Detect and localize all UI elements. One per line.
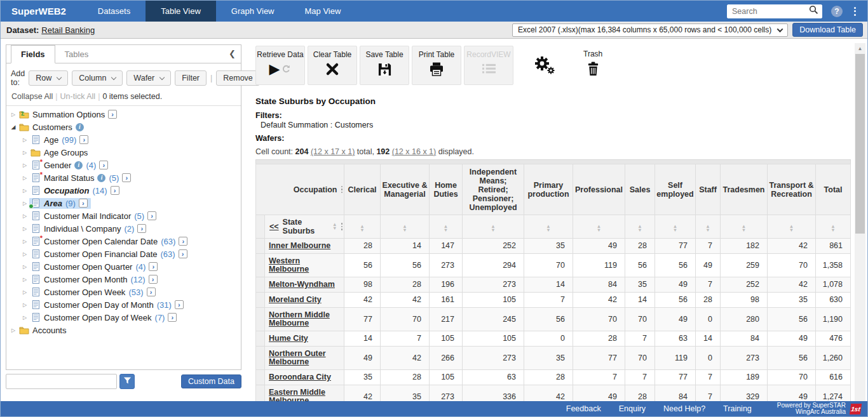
tree-expander-icon[interactable]: ▷	[20, 289, 29, 295]
data-cell[interactable]: 7	[696, 277, 721, 293]
sort-icon[interactable]: ▲▼	[444, 225, 448, 232]
column-menu-icon[interactable]	[341, 186, 343, 194]
download-format-select[interactable]: Excel 2007 (.xlsx)(max 16,384 columns x …	[512, 23, 788, 37]
retrieve-data-button[interactable]: Retrieve Data ▶	[255, 46, 305, 85]
data-cell[interactable]: 252	[721, 277, 768, 293]
field-arrow-button[interactable]: ›	[111, 186, 119, 195]
tree-item[interactable]: ▷Age Groups	[6, 146, 241, 159]
data-cell[interactable]: 35	[524, 239, 573, 254]
footer-link-training[interactable]: Training	[723, 404, 752, 413]
tree-expander-icon[interactable]: ▷	[20, 162, 29, 168]
data-cell[interactable]: 0	[696, 308, 721, 331]
column-sort-header[interactable]: ▲▼	[625, 215, 655, 239]
column-header[interactable]: Primary production	[524, 164, 573, 215]
data-cell[interactable]: 28	[381, 370, 430, 385]
data-cell[interactable]: 119	[655, 347, 696, 370]
data-cell[interactable]: 70	[381, 308, 430, 331]
add-to-row-button[interactable]: Row	[29, 70, 68, 86]
data-cell[interactable]: 49	[573, 239, 625, 254]
data-cell[interactable]: 273	[463, 277, 524, 293]
tree-item[interactable]: ▷*Genderi(4)›	[6, 159, 241, 171]
data-cell[interactable]: 0	[524, 331, 573, 347]
row-label-link[interactable]: Northern Outer Melbourne	[269, 349, 326, 366]
field-arrow-button[interactable]: ›	[147, 211, 156, 220]
data-cell[interactable]: 77	[655, 370, 696, 385]
add-to-wafer-button[interactable]: Wafer	[126, 70, 171, 86]
sort-icon[interactable]: ▲▼	[789, 225, 794, 232]
field-arrow-button[interactable]: ›	[179, 249, 187, 258]
data-cell[interactable]: 42	[768, 277, 816, 293]
data-cell[interactable]: 63	[463, 370, 524, 385]
data-cell[interactable]: 77	[573, 347, 625, 370]
field-arrow-button[interactable]: ›	[108, 110, 117, 119]
data-cell[interactable]: 42	[573, 293, 625, 308]
tree-item[interactable]: ◢Customersi	[6, 121, 241, 133]
field-search-input[interactable]	[6, 374, 117, 389]
column-header[interactable]: Transport & Recreation	[768, 164, 816, 215]
data-cell[interactable]: 56	[344, 254, 381, 277]
data-cell[interactable]: 42	[768, 239, 816, 254]
add-to-column-button[interactable]: Column	[72, 70, 123, 86]
data-cell[interactable]: 35	[768, 293, 816, 308]
tree-item[interactable]: ▷Customer Open Day of Week(7)›	[6, 311, 241, 324]
sidebar-collapse-icon[interactable]: ❮	[229, 49, 236, 58]
data-cell[interactable]: 14	[696, 331, 721, 347]
data-cell[interactable]: 7	[381, 331, 430, 347]
field-arrow-button[interactable]: ›	[137, 224, 146, 233]
data-cell[interactable]: 84	[573, 277, 625, 293]
data-cell[interactable]: 98	[721, 293, 768, 308]
tab-fields[interactable]: Fields	[11, 45, 55, 63]
cell-count-total-link[interactable]: (12 x 17 x 1)	[311, 147, 355, 156]
column-header[interactable]: Total	[816, 164, 851, 215]
column-header[interactable]: Home Duties	[430, 164, 463, 215]
search-icon[interactable]	[809, 5, 818, 17]
data-cell[interactable]: 56	[381, 254, 430, 277]
column-header[interactable]: Tradesmen	[721, 164, 768, 215]
data-cell[interactable]: 7	[524, 293, 573, 308]
field-arrow-button[interactable]: ›	[149, 262, 158, 271]
data-cell[interactable]: 28	[625, 385, 655, 402]
tree-expander-icon[interactable]: ▷	[20, 150, 29, 156]
data-cell[interactable]: 105	[430, 331, 463, 347]
data-cell[interactable]: 1,260	[816, 347, 851, 370]
data-cell[interactable]: 0	[696, 347, 721, 370]
clear-table-button[interactable]: Clear Table	[308, 46, 357, 85]
column-sort-header[interactable]: ▲▼	[655, 215, 696, 239]
data-cell[interactable]: 28	[381, 277, 430, 293]
save-table-button[interactable]: Save Table	[360, 46, 409, 85]
sort-icon[interactable]: ▲▼	[597, 225, 601, 232]
field-arrow-button[interactable]: ›	[179, 237, 187, 246]
field-filter-button[interactable]	[119, 374, 135, 389]
data-cell[interactable]: 98	[344, 277, 381, 293]
tree-item[interactable]: ▷Age(99)›	[6, 133, 241, 146]
field-arrow-button[interactable]: ›	[99, 161, 108, 169]
data-cell[interactable]: 217	[430, 308, 463, 331]
tree-expander-icon[interactable]: ▷	[20, 226, 29, 232]
data-cell[interactable]: 56	[655, 254, 696, 277]
tree-item[interactable]: ▷Accounts	[6, 324, 241, 336]
data-cell[interactable]: 476	[816, 331, 851, 347]
data-cell[interactable]: 14	[625, 293, 655, 308]
data-cell[interactable]: 189	[721, 370, 768, 385]
tree-expander-icon[interactable]: ▷	[20, 264, 29, 270]
column-sort-header[interactable]: ▲▼	[524, 215, 573, 239]
data-cell[interactable]: 7	[625, 370, 655, 385]
collapse-all-link[interactable]: Collapse All	[11, 92, 53, 101]
data-cell[interactable]: 84	[721, 331, 768, 347]
data-cell[interactable]: 70	[524, 254, 573, 277]
data-cell[interactable]: 42	[381, 347, 430, 370]
column-header[interactable]: Sales	[625, 164, 655, 215]
data-cell[interactable]: 1,078	[816, 277, 851, 293]
sort-icon[interactable]: ▲▼	[705, 225, 710, 232]
data-cell[interactable]: 329	[721, 385, 768, 402]
data-cell[interactable]: 49	[573, 385, 625, 402]
menu-kebab-icon[interactable]	[851, 6, 858, 17]
data-cell[interactable]: 14	[524, 277, 573, 293]
tree-expander-icon[interactable]: ▷	[9, 328, 18, 333]
data-cell[interactable]: 28	[696, 293, 721, 308]
vertical-scrollbar[interactable]: ▲	[855, 43, 865, 401]
sort-icon[interactable]: ▲▼	[491, 225, 495, 232]
data-cell[interactable]: 861	[816, 239, 851, 254]
scroll-up-icon[interactable]: ▲	[855, 43, 865, 53]
column-header[interactable]: Independent Means; Retired; Pensioner; U…	[463, 164, 524, 215]
